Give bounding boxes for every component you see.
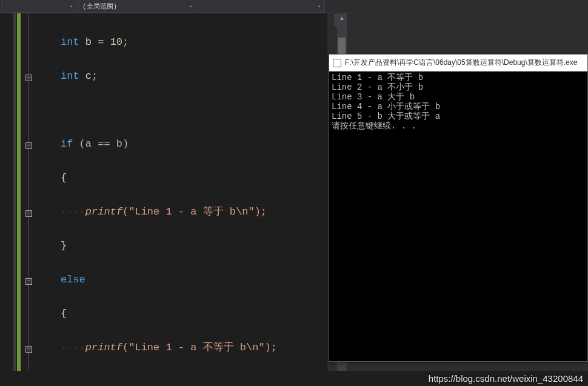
fold-toggle-icon[interactable]: − xyxy=(25,346,32,353)
scope-dropdown-2[interactable]: (全局范围) ▾ xyxy=(78,1,196,13)
app-icon xyxy=(333,59,341,67)
chevron-down-icon: ▾ xyxy=(189,4,192,9)
console-title-text: F:\开发产品资料\再学C语言\06day\05算数运算符\Debug\算数运算… xyxy=(345,58,577,68)
watermark-text: https://blog.csdn.net/weixin_43200844 xyxy=(429,373,583,384)
change-indicator xyxy=(17,13,21,371)
navigation-bar: ▾ (全局范围) ▾ ▾ xyxy=(0,0,588,13)
fold-toggle-icon[interactable]: − xyxy=(25,75,32,81)
margin-bar xyxy=(13,13,16,371)
chevron-down-icon: ▾ xyxy=(318,4,321,9)
console-titlebar[interactable]: F:\开发产品资料\再学C语言\06day\05算数运算符\Debug\算数运算… xyxy=(329,55,587,72)
member-dropdown[interactable]: ▾ xyxy=(198,1,325,13)
fold-guide-line xyxy=(28,13,29,371)
chevron-down-icon: ▾ xyxy=(70,4,73,9)
fold-toggle-icon[interactable]: − xyxy=(25,278,32,285)
code-editor[interactable]: − − − − − int b = 10; int c; if (a == b)… xyxy=(0,13,327,371)
scope-dropdown-1[interactable]: ▾ xyxy=(1,1,77,13)
dropdown2-label: (全局范围) xyxy=(82,2,117,11)
code-text[interactable]: int b = 10; int c; if (a == b) { ····pri… xyxy=(36,13,327,371)
fold-toggle-icon[interactable]: − xyxy=(25,142,32,149)
fold-toggle-icon[interactable]: − xyxy=(25,210,32,217)
scroll-up-icon[interactable]: ▲ xyxy=(337,13,347,23)
console-window: F:\开发产品资料\再学C语言\06day\05算数运算符\Debug\算数运算… xyxy=(329,54,588,362)
console-output: Line 1 - a 不等于 b Line 2 - a 不小于 b Line 3… xyxy=(329,72,587,132)
editor-gutter: − − − − − xyxy=(0,13,36,371)
fold-column: − − − − − xyxy=(24,13,36,371)
